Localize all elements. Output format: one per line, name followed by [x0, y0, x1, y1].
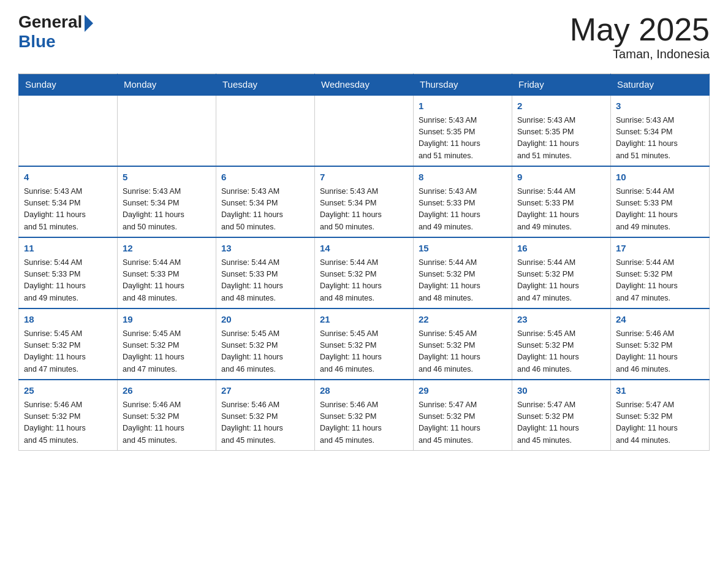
day-info: Sunrise: 5:47 AM Sunset: 5:32 PM Dayligh… [517, 399, 605, 447]
calendar-day-cell: 10Sunrise: 5:44 AM Sunset: 5:33 PM Dayli… [611, 166, 710, 237]
day-info: Sunrise: 5:45 AM Sunset: 5:32 PM Dayligh… [24, 328, 112, 376]
day-number: 16 [517, 242, 605, 256]
calendar-week-row: 11Sunrise: 5:44 AM Sunset: 5:33 PM Dayli… [19, 237, 710, 308]
day-info: Sunrise: 5:46 AM Sunset: 5:32 PM Dayligh… [221, 399, 309, 447]
day-number: 31 [616, 384, 704, 398]
day-info: Sunrise: 5:46 AM Sunset: 5:32 PM Dayligh… [24, 399, 112, 447]
calendar-day-cell: 20Sunrise: 5:45 AM Sunset: 5:32 PM Dayli… [216, 308, 315, 380]
day-info: Sunrise: 5:44 AM Sunset: 5:33 PM Dayligh… [616, 186, 704, 234]
calendar-day-cell: 29Sunrise: 5:47 AM Sunset: 5:32 PM Dayli… [414, 380, 512, 451]
day-number: 27 [221, 384, 309, 398]
calendar-day-cell [315, 95, 414, 166]
day-info: Sunrise: 5:43 AM Sunset: 5:34 PM Dayligh… [123, 186, 211, 234]
logo-blue-text: Blue [18, 32, 56, 52]
calendar-header-row: SundayMondayTuesdayWednesdayThursdayFrid… [19, 74, 710, 96]
day-info: Sunrise: 5:43 AM Sunset: 5:34 PM Dayligh… [24, 186, 112, 234]
day-number: 22 [419, 313, 507, 327]
calendar-week-row: 18Sunrise: 5:45 AM Sunset: 5:32 PM Dayli… [19, 308, 710, 380]
calendar-day-cell: 3Sunrise: 5:43 AM Sunset: 5:34 PM Daylig… [611, 95, 710, 166]
calendar-day-cell: 12Sunrise: 5:44 AM Sunset: 5:33 PM Dayli… [118, 237, 216, 308]
day-info: Sunrise: 5:44 AM Sunset: 5:33 PM Dayligh… [24, 257, 112, 305]
calendar-day-cell: 23Sunrise: 5:45 AM Sunset: 5:32 PM Dayli… [512, 308, 611, 380]
day-number: 24 [616, 313, 704, 327]
calendar-day-cell: 24Sunrise: 5:46 AM Sunset: 5:32 PM Dayli… [611, 308, 710, 380]
day-number: 25 [24, 384, 112, 398]
month-title: May 2025 [570, 12, 710, 47]
day-number: 11 [24, 242, 112, 256]
calendar-day-cell: 26Sunrise: 5:46 AM Sunset: 5:32 PM Dayli… [118, 380, 216, 451]
logo-general-text: General [18, 12, 82, 32]
location: Taman, Indonesia [570, 47, 710, 61]
day-number: 30 [517, 384, 605, 398]
calendar-day-header: Saturday [611, 74, 710, 96]
day-info: Sunrise: 5:44 AM Sunset: 5:33 PM Dayligh… [123, 257, 211, 305]
day-number: 6 [221, 170, 309, 185]
day-number: 20 [221, 313, 309, 327]
day-number: 19 [123, 313, 211, 327]
day-info: Sunrise: 5:45 AM Sunset: 5:32 PM Dayligh… [320, 328, 408, 376]
calendar-day-cell: 25Sunrise: 5:46 AM Sunset: 5:32 PM Dayli… [19, 380, 118, 451]
day-info: Sunrise: 5:43 AM Sunset: 5:34 PM Dayligh… [616, 115, 704, 163]
day-info: Sunrise: 5:43 AM Sunset: 5:35 PM Dayligh… [517, 115, 605, 163]
title-area: May 2025 Taman, Indonesia [570, 12, 710, 61]
calendar-day-cell [118, 95, 216, 166]
calendar-day-cell: 19Sunrise: 5:45 AM Sunset: 5:32 PM Dayli… [118, 308, 216, 380]
day-info: Sunrise: 5:47 AM Sunset: 5:32 PM Dayligh… [616, 399, 704, 447]
page-header: General Blue May 2025 Taman, Indonesia [18, 12, 710, 61]
day-number: 7 [320, 170, 408, 185]
day-number: 18 [24, 313, 112, 327]
day-number: 9 [517, 170, 605, 185]
day-info: Sunrise: 5:44 AM Sunset: 5:32 PM Dayligh… [616, 257, 704, 305]
calendar-day-cell: 2Sunrise: 5:43 AM Sunset: 5:35 PM Daylig… [512, 95, 611, 166]
day-number: 12 [123, 242, 211, 256]
calendar-day-cell: 28Sunrise: 5:46 AM Sunset: 5:32 PM Dayli… [315, 380, 414, 451]
calendar-day-cell: 16Sunrise: 5:44 AM Sunset: 5:32 PM Dayli… [512, 237, 611, 308]
day-number: 1 [419, 99, 507, 113]
day-info: Sunrise: 5:44 AM Sunset: 5:32 PM Dayligh… [320, 257, 408, 305]
calendar-day-cell: 5Sunrise: 5:43 AM Sunset: 5:34 PM Daylig… [118, 166, 216, 237]
day-info: Sunrise: 5:46 AM Sunset: 5:32 PM Dayligh… [320, 399, 408, 447]
day-info: Sunrise: 5:43 AM Sunset: 5:33 PM Dayligh… [419, 186, 507, 234]
calendar-day-header: Thursday [414, 74, 512, 96]
calendar-day-cell: 15Sunrise: 5:44 AM Sunset: 5:32 PM Dayli… [414, 237, 512, 308]
calendar-day-cell: 17Sunrise: 5:44 AM Sunset: 5:32 PM Dayli… [611, 237, 710, 308]
calendar-day-cell: 8Sunrise: 5:43 AM Sunset: 5:33 PM Daylig… [414, 166, 512, 237]
day-number: 4 [24, 170, 112, 185]
calendar-day-header: Tuesday [216, 74, 315, 96]
day-number: 10 [616, 170, 704, 185]
calendar-day-cell: 4Sunrise: 5:43 AM Sunset: 5:34 PM Daylig… [19, 166, 118, 237]
day-info: Sunrise: 5:43 AM Sunset: 5:35 PM Dayligh… [419, 115, 507, 163]
day-info: Sunrise: 5:44 AM Sunset: 5:32 PM Dayligh… [517, 257, 605, 305]
calendar-day-cell [19, 95, 118, 166]
day-info: Sunrise: 5:45 AM Sunset: 5:32 PM Dayligh… [221, 328, 309, 376]
calendar-day-cell: 18Sunrise: 5:45 AM Sunset: 5:32 PM Dayli… [19, 308, 118, 380]
calendar-week-row: 25Sunrise: 5:46 AM Sunset: 5:32 PM Dayli… [19, 380, 710, 451]
calendar-day-cell: 6Sunrise: 5:43 AM Sunset: 5:34 PM Daylig… [216, 166, 315, 237]
day-number: 23 [517, 313, 605, 327]
day-number: 13 [221, 242, 309, 256]
calendar-day-header: Friday [512, 74, 611, 96]
logo-arrow-icon [85, 15, 93, 32]
calendar-day-header: Monday [118, 74, 216, 96]
calendar-day-cell: 13Sunrise: 5:44 AM Sunset: 5:33 PM Dayli… [216, 237, 315, 308]
day-number: 14 [320, 242, 408, 256]
day-info: Sunrise: 5:45 AM Sunset: 5:32 PM Dayligh… [123, 328, 211, 376]
calendar-day-cell: 31Sunrise: 5:47 AM Sunset: 5:32 PM Dayli… [611, 380, 710, 451]
calendar-day-cell: 14Sunrise: 5:44 AM Sunset: 5:32 PM Dayli… [315, 237, 414, 308]
calendar-day-cell: 22Sunrise: 5:45 AM Sunset: 5:32 PM Dayli… [414, 308, 512, 380]
calendar-day-header: Sunday [19, 74, 118, 96]
day-number: 26 [123, 384, 211, 398]
calendar-week-row: 1Sunrise: 5:43 AM Sunset: 5:35 PM Daylig… [19, 95, 710, 166]
day-number: 3 [616, 99, 704, 113]
day-info: Sunrise: 5:43 AM Sunset: 5:34 PM Dayligh… [320, 186, 408, 234]
day-number: 2 [517, 99, 605, 113]
calendar-table: SundayMondayTuesdayWednesdayThursdayFrid… [18, 74, 710, 451]
calendar-day-cell: 7Sunrise: 5:43 AM Sunset: 5:34 PM Daylig… [315, 166, 414, 237]
day-info: Sunrise: 5:45 AM Sunset: 5:32 PM Dayligh… [517, 328, 605, 376]
calendar-day-cell: 27Sunrise: 5:46 AM Sunset: 5:32 PM Dayli… [216, 380, 315, 451]
day-info: Sunrise: 5:45 AM Sunset: 5:32 PM Dayligh… [419, 328, 507, 376]
calendar-day-cell [216, 95, 315, 166]
day-info: Sunrise: 5:47 AM Sunset: 5:32 PM Dayligh… [419, 399, 507, 447]
calendar-day-header: Wednesday [315, 74, 414, 96]
calendar-day-cell: 21Sunrise: 5:45 AM Sunset: 5:32 PM Dayli… [315, 308, 414, 380]
